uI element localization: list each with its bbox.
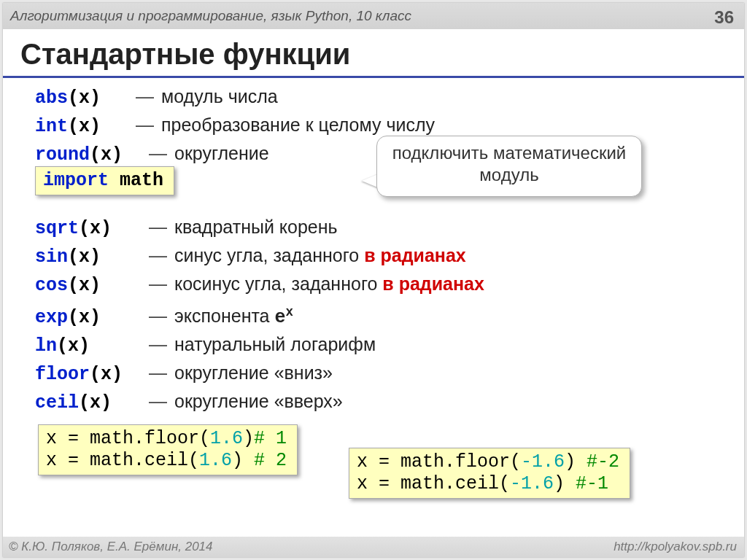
course-title: Алгоритмизация и программирование, язык … <box>10 8 411 23</box>
callout-box: подключить математический модуль <box>376 136 642 197</box>
fn-row-ceil: ceil(x) — округление «вверх» <box>35 388 729 416</box>
page-number: 36 <box>714 4 734 31</box>
fn-row-sin: sin(x) — синус угла, заданного в радиана… <box>35 242 729 271</box>
fn-row-exp: exp(x) — экспонента ex <box>35 299 729 331</box>
example-right-codebox: x = math.floor(-1.6) #-2 x = math.ceil(-… <box>349 448 630 499</box>
footer-url: http://kpolyakov.spb.ru <box>614 537 737 557</box>
fn-row-sqrt: sqrt(x) — квадратный корень <box>35 214 729 242</box>
import-codebox: import math <box>35 166 174 195</box>
fn-row-abs: abs(x) — модуль числа <box>35 83 729 112</box>
title-underline <box>3 76 744 78</box>
content: abs(x) — модуль числа int(x) — преобразо… <box>35 83 729 416</box>
slide: Алгоритмизация и программирование, язык … <box>3 3 744 557</box>
fn-row-floor: floor(x) — округление «вниз» <box>35 359 729 388</box>
example-line: x = math.ceil(1.6) # 2 <box>46 450 287 472</box>
example-line: x = math.floor(1.6)# 1 <box>46 428 287 450</box>
slide-header: Алгоритмизация и программирование, язык … <box>3 3 744 29</box>
fn-row-ln: ln(x) — натуральный логарифм <box>35 331 729 359</box>
fn-row-cos: cos(x) — косинус угла, заданного в радиа… <box>35 271 729 299</box>
example-line: x = math.ceil(-1.6) #-1 <box>357 473 619 495</box>
footer-copyright: © К.Ю. Поляков, Е.А. Ерёмин, 2014 <box>9 537 213 557</box>
example-left-codebox: x = math.floor(1.6)# 1 x = math.ceil(1.6… <box>38 424 298 475</box>
slide-title: Стандартные функции <box>20 38 350 71</box>
example-line: x = math.floor(-1.6) #-2 <box>357 451 619 473</box>
slide-footer: © К.Ю. Поляков, Е.А. Ерёмин, 2014 http:/… <box>3 537 744 557</box>
